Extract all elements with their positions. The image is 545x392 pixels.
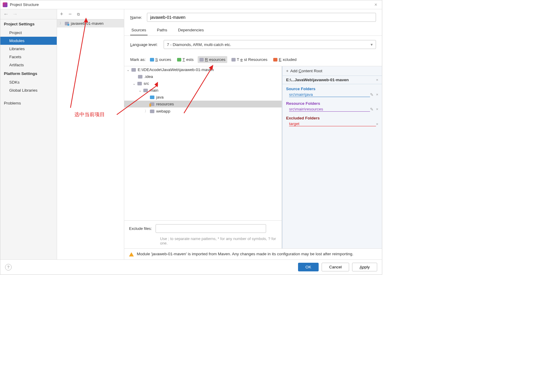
folder-icon	[131, 68, 136, 72]
add-content-root[interactable]: +Add Content Root	[283, 66, 382, 76]
nav-arrows: ← →	[0, 9, 57, 19]
resource-folder-icon	[150, 102, 154, 106]
warning-icon	[129, 252, 134, 256]
tree-src: src	[144, 81, 149, 86]
chevron-down-icon: ▾	[371, 42, 373, 47]
excluded-folders-title: Excluded Folders	[283, 113, 382, 121]
chevron-right-icon: 〉	[59, 21, 63, 26]
tab-paths[interactable]: Paths	[156, 25, 169, 36]
mark-as-label: Mark as:	[130, 57, 146, 62]
tree-root: E:\IDEAcode\JavaWeb\javaweb-01-maven	[138, 67, 214, 72]
source-folders-title: Source Folders	[283, 84, 382, 92]
resource-folders-title: Resource Folders	[283, 99, 382, 106]
excluded-folder-item[interactable]: target	[289, 122, 376, 126]
chevron-down-icon: ⌄	[133, 82, 136, 86]
sidebar-item-project[interactable]: Project	[0, 29, 57, 37]
tree-resources: resources	[156, 102, 174, 106]
module-tree-item[interactable]: 〉 javaweb-01-maven	[57, 19, 124, 27]
folder-icon	[137, 82, 142, 85]
exclude-hint: Use ; to separate name patterns, * for a…	[124, 236, 282, 248]
remove-root-icon[interactable]: ×	[376, 78, 378, 82]
tree-main: main	[150, 88, 158, 93]
project-settings-header: Project Settings	[0, 19, 57, 29]
tree-java: java	[156, 95, 164, 99]
cancel-button[interactable]: Cancel	[322, 263, 349, 271]
tab-dependencies[interactable]: Dependencies	[177, 25, 205, 36]
content-root-path[interactable]: E:\...JavaWeb\javaweb-01-maven×	[283, 76, 382, 84]
ok-button[interactable]: OK	[298, 263, 319, 271]
chevron-down-icon: ⌄	[139, 88, 142, 93]
source-folder-item[interactable]: src\main\java	[289, 92, 370, 97]
sidebar-item-libraries[interactable]: Libraries	[0, 45, 57, 53]
edit-icon[interactable]: ✎	[370, 92, 374, 97]
sidebar-item-modules[interactable]: Modules	[0, 37, 57, 45]
module-panel: + − ⧉ 〉 javaweb-01-maven	[57, 9, 124, 259]
language-level-select[interactable]: 7 - Diamonds, ARM, multi-catch etc. ▾	[164, 40, 376, 49]
apply-button[interactable]: Apply	[352, 263, 377, 271]
remove-icon[interactable]: ×	[376, 92, 378, 97]
folder-icon	[150, 96, 154, 99]
exclude-files-input[interactable]	[156, 224, 266, 233]
warning-text: Module 'javaweb-01-maven' is imported fr…	[137, 252, 354, 256]
remove-icon[interactable]: ×	[376, 107, 378, 112]
source-tree[interactable]: ⌄E:\IDEAcode\JavaWeb\javaweb-01-maven .i…	[124, 66, 282, 220]
name-input[interactable]	[147, 13, 376, 22]
add-icon[interactable]: +	[60, 11, 63, 17]
window-title: Project Structure	[10, 2, 372, 7]
content-roots-panel: +Add Content Root E:\...JavaWeb\javaweb-…	[282, 66, 382, 248]
chevron-right-icon: 〉	[145, 109, 148, 114]
mark-as-test-resources[interactable]: Test Resources	[230, 56, 269, 63]
platform-settings-header: Platform Settings	[0, 69, 57, 78]
mark-as-excluded[interactable]: Excluded	[271, 56, 298, 63]
app-icon	[3, 2, 7, 7]
sidebar: ← → Project Settings Project Modules Lib…	[0, 9, 57, 259]
folder-icon	[138, 75, 142, 79]
titlebar: Project Structure ×	[0, 0, 382, 9]
language-level-label: Language level:	[130, 42, 158, 47]
back-icon[interactable]: ←	[3, 11, 9, 17]
module-name: javaweb-01-maven	[71, 21, 104, 26]
copy-icon[interactable]: ⧉	[77, 12, 80, 17]
sidebar-item-artifacts[interactable]: Artifacts	[0, 61, 57, 69]
folder-icon	[150, 110, 154, 113]
tree-idea: .idea	[144, 74, 153, 79]
edit-icon[interactable]: ✎	[370, 107, 374, 112]
remove-icon[interactable]: −	[69, 11, 72, 17]
footer: ? OK Cancel Apply	[0, 259, 382, 274]
sidebar-item-facets[interactable]: Facets	[0, 53, 57, 61]
remove-icon[interactable]: ×	[376, 122, 378, 126]
language-level-value: 7 - Diamonds, ARM, multi-catch etc.	[167, 42, 231, 47]
sidebar-item-problems[interactable]: Problems	[0, 99, 57, 107]
module-icon	[65, 22, 69, 25]
tab-sources[interactable]: Sources	[130, 25, 148, 36]
close-icon[interactable]: ×	[372, 2, 380, 7]
warning-row: Module 'javaweb-01-maven' is imported fr…	[124, 248, 382, 259]
mark-as-tests[interactable]: Tests	[175, 56, 195, 63]
source-tree-panel: ⌄E:\IDEAcode\JavaWeb\javaweb-01-maven .i…	[124, 66, 282, 248]
mark-as-resources[interactable]: Resources	[198, 56, 227, 63]
tabs: Sources Paths Dependencies	[124, 25, 382, 36]
chevron-down-icon: ⌄	[127, 68, 130, 72]
folder-icon	[143, 89, 148, 92]
details-panel: Name: Sources Paths Dependencies Languag…	[124, 9, 382, 259]
module-toolbar: + − ⧉	[57, 9, 124, 19]
mark-as-sources[interactable]: Sources	[148, 56, 173, 63]
sidebar-item-sdks[interactable]: SDKs	[0, 78, 57, 86]
sidebar-item-global-libraries[interactable]: Global Libraries	[0, 86, 57, 94]
name-label: Name:	[130, 15, 142, 20]
resource-folder-item[interactable]: src\main\resources	[289, 107, 370, 112]
forward-icon[interactable]: →	[12, 11, 18, 17]
help-icon[interactable]: ?	[5, 264, 12, 270]
tree-webapp: webapp	[156, 109, 170, 113]
exclude-files-label: Exclude files:	[129, 226, 152, 231]
